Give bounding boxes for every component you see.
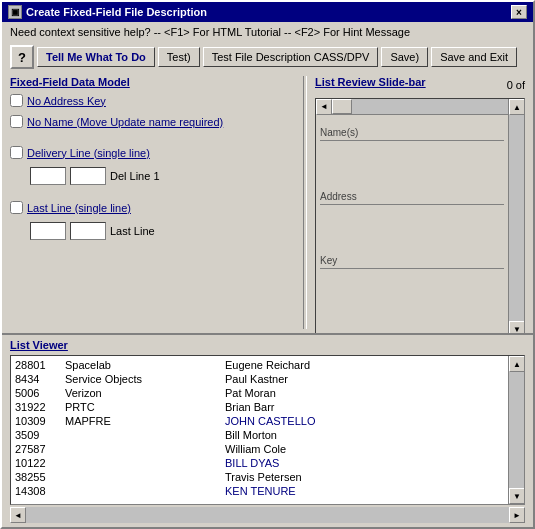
lv-hscroll-right-arrow[interactable]: ► <box>509 507 525 523</box>
vscroll-track[interactable] <box>509 115 524 321</box>
list-item-person: BILL DYAS <box>225 456 279 470</box>
list-item[interactable]: 5006VerizonPat Moran <box>15 386 506 400</box>
delivery-line-row: Delivery Line (single line) <box>10 146 295 159</box>
list-item-person: Paul Kastner <box>225 372 288 386</box>
del-line-label: Del Line 1 <box>110 170 160 182</box>
no-name-row: No Name (Move Update name required) <box>10 115 295 128</box>
list-viewer-vscrollbar[interactable]: ▲ ▼ <box>508 356 524 504</box>
question-button[interactable]: ? <box>10 45 34 69</box>
list-item-name: Verizon <box>65 386 225 400</box>
list-item-person: Eugene Reichard <box>225 358 310 372</box>
left-panel: Fixed-Field Data Model No Address Key No… <box>10 76 295 329</box>
list-item-name: PRTC <box>65 400 225 414</box>
hscroll-left-arrow[interactable]: ◄ <box>316 99 332 115</box>
list-item[interactable]: 28801SpacelabEugene Reichard <box>15 358 506 372</box>
no-name-label[interactable]: No Name (Move Update name required) <box>27 116 223 128</box>
list-review-vscrollbar[interactable]: ▲ ▼ <box>508 99 524 333</box>
window-icon: ▣ <box>8 5 22 19</box>
left-panel-title: Fixed-Field Data Model <box>10 76 295 88</box>
list-item[interactable]: 31922PRTCBrian Barr <box>15 400 506 414</box>
list-item-name: Service Objects <box>65 372 225 386</box>
list-item[interactable]: 10309MAPFREJOHN CASTELLO <box>15 414 506 428</box>
list-item-id: 3509 <box>15 428 65 442</box>
list-viewer-box: 28801SpacelabEugene Reichard8434Service … <box>10 355 525 505</box>
save-exit-button[interactable]: Save and Exit <box>431 47 517 67</box>
list-review-hscrollbar[interactable]: ◄ ► <box>316 99 524 115</box>
test-file-button[interactable]: Test File Description CASS/DPV <box>203 47 379 67</box>
name-field-line <box>320 140 504 141</box>
last-line-checkbox[interactable] <box>10 201 23 214</box>
no-name-checkbox[interactable] <box>10 115 23 128</box>
delivery-line-section: Delivery Line (single line) Del Line 1 <box>10 146 295 185</box>
hscroll-track[interactable] <box>332 99 508 114</box>
last-line-section: Last Line (single line) Last Line <box>10 201 295 240</box>
list-item-id: 14308 <box>15 484 65 498</box>
title-bar-left: ▣ Create Fixed-Field File Description <box>8 5 207 19</box>
last-line-row: Last Line (single line) <box>10 201 295 214</box>
list-item-person: JOHN CASTELLO <box>225 414 315 428</box>
lv-vscroll-up-arrow[interactable]: ▲ <box>509 356 525 372</box>
main-content: Fixed-Field Data Model No Address Key No… <box>2 72 533 333</box>
list-item[interactable]: 14308KEN TENURE <box>15 484 506 498</box>
last-line-input-1[interactable] <box>30 222 66 240</box>
last-line-label[interactable]: Last Line (single line) <box>27 202 131 214</box>
list-review-count: 0 of <box>507 79 525 91</box>
list-item-id: 10309 <box>15 414 65 428</box>
list-item-id: 5006 <box>15 386 65 400</box>
list-item-name: Spacelab <box>65 358 225 372</box>
bottom-section: List Viewer 28801SpacelabEugene Reichard… <box>2 333 533 527</box>
list-item-name <box>65 456 225 470</box>
delivery-line-label[interactable]: Delivery Line (single line) <box>27 147 150 159</box>
delivery-field-row: Del Line 1 <box>10 167 295 185</box>
key-field-label: Key <box>320 255 504 266</box>
close-button[interactable]: × <box>511 5 527 19</box>
list-review-header: List Review Slide-bar 0 of <box>315 76 525 94</box>
lv-hscroll-left-arrow[interactable]: ◄ <box>10 507 26 523</box>
no-address-key-row: No Address Key <box>10 94 295 107</box>
list-item[interactable]: 8434Service ObjectsPaul Kastner <box>15 372 506 386</box>
delivery-line-checkbox[interactable] <box>10 146 23 159</box>
address-field-label: Address <box>320 191 504 202</box>
right-panel: List Review Slide-bar 0 of ◄ ► Name(s) A… <box>315 76 525 329</box>
vscroll-up-arrow[interactable]: ▲ <box>509 99 525 115</box>
list-item-name <box>65 442 225 456</box>
list-item-person: Travis Petersen <box>225 470 302 484</box>
tell-me-button[interactable]: Tell Me What To Do <box>37 47 155 67</box>
lv-vscroll-track[interactable] <box>509 372 524 488</box>
delivery-input-2[interactable] <box>70 167 106 185</box>
list-item-id: 10122 <box>15 456 65 470</box>
lv-vscroll-down-arrow[interactable]: ▼ <box>509 488 525 504</box>
list-item-name <box>65 470 225 484</box>
test-button[interactable]: Test) <box>158 47 200 67</box>
list-item-person: Brian Barr <box>225 400 275 414</box>
hscroll-thumb[interactable] <box>332 99 352 114</box>
window-title: Create Fixed-Field File Description <box>26 6 207 18</box>
list-item[interactable]: 38255Travis Petersen <box>15 470 506 484</box>
list-viewer-inner: 28801SpacelabEugene Reichard8434Service … <box>11 356 524 500</box>
address-field-line <box>320 204 504 205</box>
no-address-key-label[interactable]: No Address Key <box>27 95 106 107</box>
list-item[interactable]: 27587William Cole <box>15 442 506 456</box>
lv-hscroll-track[interactable] <box>26 507 509 523</box>
list-item-name <box>65 484 225 498</box>
main-window: ▣ Create Fixed-Field File Description × … <box>0 0 535 529</box>
list-review-box: ◄ ► Name(s) Address Key <box>315 98 525 333</box>
list-item-person: Pat Moran <box>225 386 276 400</box>
save-button[interactable]: Save) <box>381 47 428 67</box>
list-viewer-hscrollbar[interactable]: ◄ ► <box>10 507 525 523</box>
list-item[interactable]: 10122BILL DYAS <box>15 456 506 470</box>
name-field-label: Name(s) <box>320 127 504 138</box>
last-line-input-2[interactable] <box>70 222 106 240</box>
delivery-input-1[interactable] <box>30 167 66 185</box>
help-text: Need context sensitive help? -- <F1> For… <box>10 26 410 38</box>
last-line-text: Last Line <box>110 225 155 237</box>
last-line-field-row: Last Line <box>10 222 295 240</box>
list-item-name: MAPFRE <box>65 414 225 428</box>
list-item-person: KEN TENURE <box>225 484 296 498</box>
list-item-person: William Cole <box>225 442 286 456</box>
no-address-key-checkbox[interactable] <box>10 94 23 107</box>
list-item-id: 28801 <box>15 358 65 372</box>
list-item[interactable]: 3509Bill Morton <box>15 428 506 442</box>
vscroll-down-arrow[interactable]: ▼ <box>509 321 525 333</box>
list-item-id: 27587 <box>15 442 65 456</box>
